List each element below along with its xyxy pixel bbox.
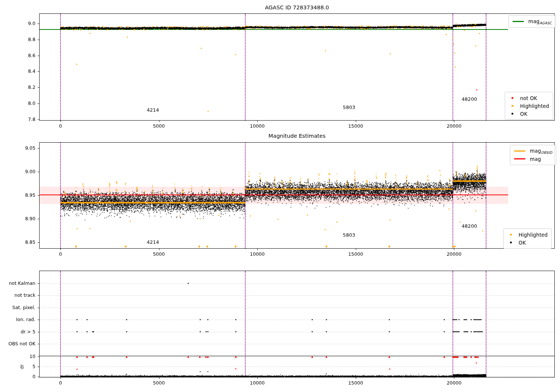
x-tick-label: 5000 (148, 123, 170, 129)
x-tick (454, 377, 454, 379)
legend-row: OK (507, 239, 548, 246)
x-tick (159, 377, 159, 379)
x-tick (60, 249, 61, 250)
y-tick (38, 308, 39, 308)
y-tick (38, 219, 39, 219)
x-tick-label: 20000 (443, 251, 465, 257)
mag-line (39, 195, 508, 195)
x-tick (257, 249, 258, 250)
x-tick-label: 20000 (443, 380, 465, 386)
y-tick (38, 24, 39, 24)
x-tick (159, 249, 159, 250)
category-label: OBS not OK (1, 341, 35, 346)
x-tick (454, 121, 454, 122)
y-tick (38, 56, 39, 56)
y-tick (38, 367, 39, 367)
legend-label: magAGASC (528, 18, 552, 25)
annotation: 5803 (343, 104, 355, 110)
legend-label: not OK (520, 95, 537, 101)
y-tick (38, 320, 39, 320)
x-tick (356, 249, 356, 250)
y-tick (38, 357, 39, 357)
top-chart-title: AGASC ID 728373488.0 (39, 4, 555, 10)
legend-row: Highlighted (509, 102, 549, 110)
x-tick-label: 0 (49, 123, 72, 129)
legend-mag-obsid: magOBSID mag (510, 145, 556, 165)
legend-row: Highlighted (507, 231, 548, 239)
dr-clip-line (39, 356, 555, 356)
x-tick-label: 20000 (443, 123, 465, 129)
legend-label: OK (519, 240, 526, 246)
legend-row: not OK (509, 94, 549, 102)
y-tick (38, 172, 39, 172)
x-tick (60, 121, 61, 122)
y-tick (38, 344, 39, 344)
highlighted-dot-swatch (511, 105, 513, 107)
x-tick-label: 5000 (148, 380, 170, 386)
legend-row: OK (509, 110, 549, 118)
annotation: 4214 (147, 107, 159, 113)
category-label: not Kalman (1, 280, 35, 286)
legend-top-points: not OK Highlighted OK (505, 92, 553, 120)
y-tick (38, 87, 39, 88)
x-tick-label: 10000 (246, 123, 268, 129)
y-tick-label: 8.85 (18, 239, 35, 245)
dr-tick-label: 0 (24, 374, 35, 379)
y-tick-label: 9.05 (18, 145, 35, 151)
middle-chart-title: Magnitude Estimates (39, 133, 555, 139)
not-ok-dot-swatch (511, 97, 513, 99)
y-tick (38, 283, 39, 284)
legend-row: magOBSID (514, 147, 552, 155)
dr-tick-label: 10 (24, 354, 35, 359)
legend-mag-agasc: magAGASC (508, 15, 556, 28)
legend-middle-points: Highlighted OK (503, 228, 552, 249)
annotation: 5803 (343, 232, 355, 238)
y-tick (38, 119, 39, 120)
obsid-mag-line (453, 180, 486, 182)
obsid-mag-line (245, 189, 453, 190)
obsid-line-swatch (514, 150, 525, 152)
y-tick (38, 195, 39, 196)
dr-tick-label: 5 (24, 364, 35, 369)
legend-row: magAGASC (513, 18, 552, 25)
y-tick-label: 9.00 (18, 169, 35, 174)
y-tick-label: 7.8 (20, 116, 35, 122)
x-tick-label: 10000 (246, 380, 268, 386)
legend-label: Highlighted (520, 103, 549, 109)
y-tick (38, 332, 39, 332)
category-label: dr > 5 (1, 329, 35, 335)
category-label: Ion. rad. (1, 317, 35, 322)
annotation: 48200 (462, 223, 477, 229)
y-tick (38, 103, 39, 104)
x-tick-label: 15000 (345, 123, 367, 129)
ok-dot-swatch (510, 242, 512, 243)
figure: AGASC ID 728373488.0 Magnitude Estimates… (0, 0, 560, 392)
x-tick (257, 121, 258, 122)
obsid-mag-line (60, 202, 245, 203)
scatter-canvas (0, 0, 560, 392)
annotation: 48200 (462, 96, 477, 102)
legend-row: mag (514, 155, 552, 163)
y-tick-label: 8.95 (18, 192, 35, 198)
mag-line-swatch (514, 158, 525, 159)
y-tick-label: 8.4 (20, 68, 35, 74)
x-tick (356, 377, 356, 379)
x-tick-label: 0 (49, 251, 72, 257)
x-tick-label: 15000 (345, 380, 367, 386)
y-tick (38, 71, 39, 72)
y-tick (38, 242, 39, 243)
y-tick-label: 8.6 (20, 53, 35, 58)
dr-axis-label: dr (19, 364, 25, 369)
legend-label: magOBSID (530, 148, 552, 155)
legend-label: mag (530, 156, 541, 162)
category-label: Sat. pixel. (1, 305, 35, 310)
x-tick (257, 377, 258, 379)
x-tick (454, 249, 454, 250)
category-label: not track (1, 292, 35, 298)
x-tick-label: 5000 (148, 251, 170, 257)
x-tick (356, 121, 356, 122)
x-tick-label: 10000 (246, 251, 268, 257)
y-tick (38, 295, 39, 296)
y-tick-label: 9.0 (20, 21, 35, 26)
y-tick-label: 8.0 (20, 100, 35, 106)
